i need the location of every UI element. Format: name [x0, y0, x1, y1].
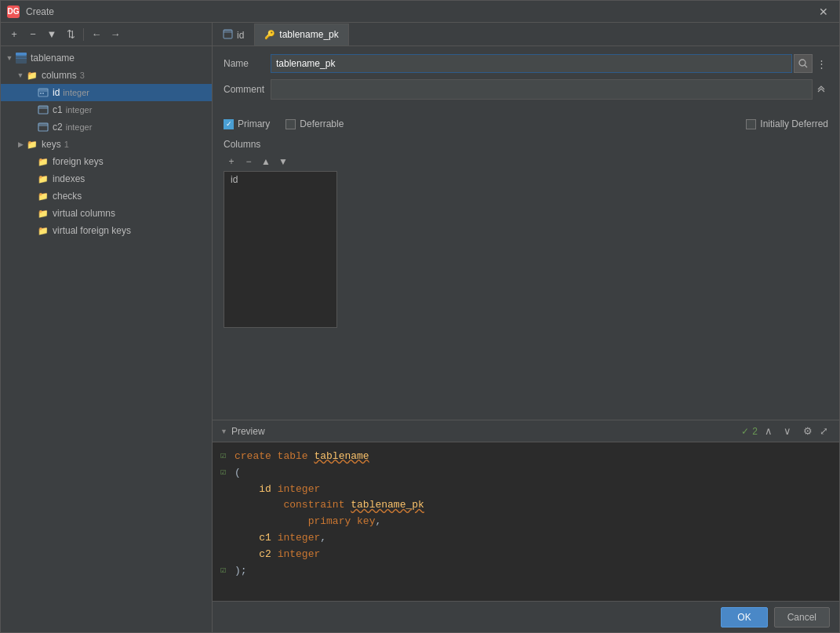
- close-button[interactable]: ✕: [814, 4, 833, 20]
- preview-title: Preview: [231, 426, 741, 437]
- preview-section: ▼ Preview ✓ 2 ∧ ∨ ⚙ ⤢ ☑: [213, 420, 839, 601]
- columns-up-button[interactable]: ▲: [258, 154, 274, 169]
- tree-item-virtual-fk[interactable]: 📁 virtual foreign keys: [1, 222, 212, 239]
- gutter-1: ☑: [220, 449, 231, 464]
- code-line-5: primary key,: [220, 514, 831, 530]
- code-line-2: ☑ (: [220, 465, 831, 482]
- cancel-button[interactable]: Cancel: [774, 607, 830, 628]
- sort-button[interactable]: ⇅: [62, 26, 79, 43]
- tab-id-icon: [223, 29, 233, 41]
- c1-type: integer: [66, 105, 93, 115]
- c2-label: c2: [53, 122, 63, 133]
- c1-label: c1: [53, 104, 63, 115]
- tree-item-virtual-columns[interactable]: 📁 virtual columns: [1, 205, 212, 222]
- columns-label: columns: [42, 70, 77, 81]
- move-button[interactable]: ▼: [43, 26, 60, 43]
- tree-item-foreign-keys[interactable]: 📁 foreign keys: [1, 153, 212, 170]
- columns-down-button[interactable]: ▼: [275, 154, 291, 169]
- columns-list: id: [224, 171, 337, 328]
- name-input[interactable]: [271, 54, 792, 73]
- preview-expand-button[interactable]: ⤢: [816, 424, 831, 439]
- tree-item-id[interactable]: id integer: [1, 84, 212, 101]
- remove-button[interactable]: −: [24, 26, 42, 43]
- preview-count: 2: [752, 426, 758, 437]
- comment-expand-button[interactable]: [814, 79, 828, 100]
- tree-item-columns[interactable]: ▼ 📁 columns 3: [1, 67, 212, 84]
- columns-section: Columns + − ▲ ▼ id: [213, 134, 839, 333]
- bottom-bar: OK Cancel: [213, 601, 839, 632]
- arrow-tablename: ▼: [4, 54, 15, 62]
- tree-item-c1[interactable]: c1 integer: [1, 101, 212, 118]
- keys-label: keys: [42, 139, 61, 150]
- window-title: Create: [26, 6, 814, 17]
- tablename-label: tablename: [31, 53, 75, 64]
- code-line-6: c1 integer,: [220, 530, 831, 547]
- deferrable-checkbox[interactable]: Deferrable: [285, 118, 344, 129]
- keys-badge: 1: [64, 140, 69, 149]
- back-button[interactable]: ←: [88, 26, 105, 43]
- window: DG Create ✕ + − ▼ ⇅ ← → ▼: [0, 0, 840, 633]
- primary-checkbox-box: ✓: [224, 119, 234, 129]
- folder-icon-vc: 📁: [37, 207, 49, 220]
- comment-input[interactable]: [271, 79, 813, 100]
- columns-remove-button[interactable]: −: [241, 154, 256, 169]
- svg-rect-7: [42, 93, 44, 94]
- tree-item-c2[interactable]: c2 integer: [1, 118, 212, 136]
- app-logo: DG: [7, 5, 20, 18]
- primary-label: Primary: [238, 118, 270, 129]
- name-row: Name ⋮: [224, 54, 828, 73]
- vfk-label: virtual foreign keys: [53, 225, 131, 236]
- checkboxes-row: ✓ Primary Deferrable Initially Deferred: [213, 114, 839, 134]
- deferrable-checkbox-box: [285, 119, 296, 129]
- deferrable-label: Deferrable: [300, 118, 344, 129]
- arrow-keys: ▶: [15, 140, 26, 148]
- name-label: Name: [224, 58, 271, 69]
- svg-rect-6: [40, 93, 42, 94]
- svg-point-14: [799, 60, 805, 66]
- folder-icon-keys: 📁: [26, 138, 38, 151]
- tabs-bar: id 🔑 tablename_pk: [213, 23, 839, 46]
- column-icon-c2: [37, 121, 49, 133]
- tab-tablename-pk[interactable]: 🔑 tablename_pk: [254, 24, 348, 45]
- code-line-3: id integer: [220, 482, 831, 498]
- comment-label: Comment: [224, 84, 271, 95]
- tab-id[interactable]: id: [213, 24, 254, 45]
- tree-item-tablename[interactable]: ▼ tablename: [1, 49, 212, 67]
- tab-pk-label: tablename_pk: [279, 29, 338, 40]
- initially-deferred-checkbox[interactable]: Initially Deferred: [746, 118, 828, 129]
- column-key-icon-id: [37, 86, 49, 99]
- vc-label: virtual columns: [53, 208, 115, 219]
- tree-item-indexes[interactable]: 📁 indexes: [1, 170, 212, 187]
- name-browse-button[interactable]: [794, 54, 813, 73]
- svg-rect-11: [38, 123, 48, 126]
- tree-toolbar: + − ▼ ⇅ ← →: [1, 23, 212, 46]
- tree-item-checks[interactable]: 📁 checks: [1, 187, 212, 205]
- columns-list-item-id[interactable]: id: [224, 172, 336, 187]
- forward-button[interactable]: →: [107, 26, 124, 43]
- indexes-label: indexes: [53, 173, 85, 184]
- primary-checkbox[interactable]: ✓ Primary: [224, 118, 270, 129]
- preview-down-button[interactable]: ∨: [780, 424, 795, 439]
- comment-row: Comment: [224, 79, 828, 100]
- columns-badge: 3: [80, 71, 85, 80]
- columns-toolbar: + − ▲ ▼: [224, 154, 828, 169]
- add-button[interactable]: +: [5, 26, 23, 43]
- main-content: + − ▼ ⇅ ← → ▼ tablename: [1, 23, 839, 632]
- preview-settings-button[interactable]: ⚙: [800, 424, 816, 439]
- svg-rect-3: [16, 58, 27, 59]
- folder-icon-fk: 📁: [37, 155, 49, 168]
- id-label: id: [53, 87, 60, 98]
- columns-add-button[interactable]: +: [224, 154, 239, 169]
- tab-pk-icon: 🔑: [264, 30, 275, 40]
- preview-collapse-button[interactable]: ▼: [220, 427, 227, 435]
- form-area: Name ⋮ Comment: [213, 46, 839, 114]
- ok-button[interactable]: OK: [721, 607, 767, 628]
- preview-up-button[interactable]: ∧: [761, 424, 776, 439]
- right-panel: id 🔑 tablename_pk Name ⋮ Co: [213, 23, 839, 632]
- tree-item-keys[interactable]: ▶ 📁 keys 1: [1, 136, 212, 153]
- code-line-8: ☑ );: [220, 563, 831, 580]
- folder-icon-columns: 📁: [26, 69, 38, 82]
- name-menu-button[interactable]: ⋮: [814, 54, 828, 73]
- gutter-8: ☑: [220, 563, 231, 578]
- left-panel: + − ▼ ⇅ ← → ▼ tablename: [1, 23, 213, 632]
